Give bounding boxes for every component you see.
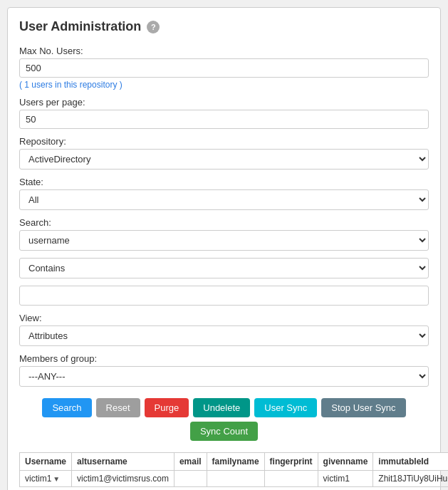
undelete-button[interactable]: Undelete [193,398,250,417]
state-label: State: [19,177,429,187]
cell-givenname: victim1 [318,471,373,487]
col-username: Username [20,453,72,471]
col-email: email [174,453,207,471]
cell-username: victim1 ▼ [20,471,72,487]
members-label: Members of group: [19,353,429,364]
action-buttons: Search Reset Purge Undelete User Sync St… [19,398,429,441]
search-field-group: Search: username [19,217,429,251]
search-text-group [19,286,429,306]
view-group: View: Attributes [19,313,429,346]
repository-select[interactable]: ActiveDirectory [19,149,429,170]
state-group: State: All [19,177,429,210]
max-users-group: Max No. Users: ( 1 users in this reposit… [19,46,429,90]
repo-info[interactable]: ( 1 users in this repository ) [19,80,429,90]
search-button[interactable]: Search [42,398,91,417]
table-header-row: Username altusername email familyname fi… [20,453,449,471]
col-fingerprint: fingerprint [264,453,318,471]
purge-button[interactable]: Purge [145,398,189,417]
col-familyname: familyname [207,453,264,471]
col-givenname: givenname [318,453,373,471]
reset-button[interactable]: Reset [96,398,140,417]
username-dropdown-icon[interactable]: ▼ [53,475,60,483]
users-per-page-input[interactable] [19,110,429,129]
members-select[interactable]: ---ANY--- [19,366,429,387]
users-per-page-group: Users per page: [19,97,429,129]
page-title: User Administration [19,19,141,34]
col-immutableid: immutableId [373,453,448,471]
max-users-label: Max No. Users: [19,46,429,56]
max-users-input[interactable] [19,58,429,78]
username-value: victim1 [25,474,51,484]
sync-count-button[interactable]: Sync Count [190,422,258,441]
users-table: Username altusername email familyname fi… [19,452,448,487]
search-field-select[interactable]: username [19,230,429,251]
page-header: User Administration ? [19,19,429,34]
main-container: User Administration ? Max No. Users: ( 1… [7,7,441,490]
search-label: Search: [19,217,429,228]
users-table-container: Username altusername email familyname fi… [19,452,429,487]
cell-familyname [207,471,264,487]
users-per-page-label: Users per page: [19,97,429,108]
help-icon[interactable]: ? [147,21,160,33]
repository-label: Repository: [19,136,429,147]
state-select[interactable]: All [19,189,429,210]
repository-group: Repository: ActiveDirectory [19,136,429,170]
col-altusername: altusername [72,453,174,471]
cell-altusername: victim1@victimsrus.com [72,471,174,487]
search-text-input[interactable] [19,286,429,306]
view-label: View: [19,313,429,323]
cell-email [174,471,207,487]
search-condition-group: Contains [19,258,429,278]
members-group: Members of group: ---ANY--- [19,353,429,387]
view-select[interactable]: Attributes [19,325,429,346]
cell-immutableid: Zhit18JTiUy8UiHu+Y0HSg== [373,471,448,487]
stop-user-sync-button[interactable]: Stop User Sync [321,398,405,417]
table-row: victim1 ▼ victim1@victimsrus.com victim1… [20,471,449,487]
search-condition-select[interactable]: Contains [19,258,429,278]
user-sync-button[interactable]: User Sync [254,398,317,417]
cell-fingerprint [264,471,318,487]
